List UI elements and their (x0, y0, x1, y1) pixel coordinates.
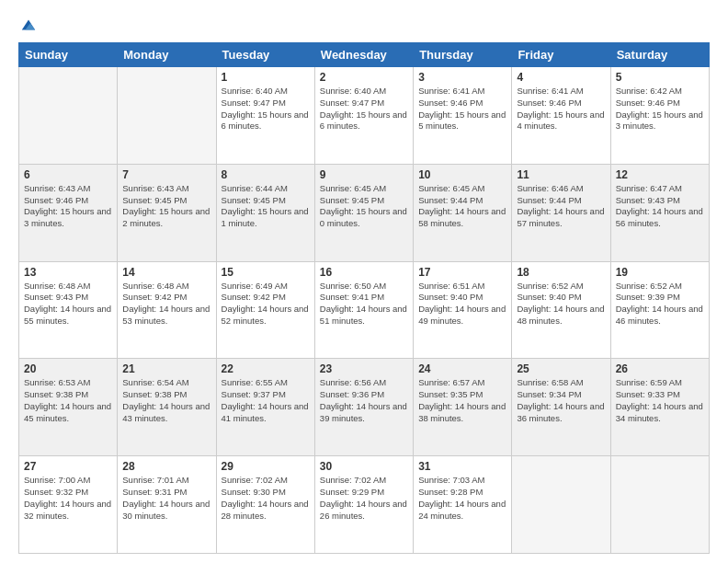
day-number: 30 (320, 460, 408, 473)
day-number: 10 (418, 168, 506, 181)
logo-icon (20, 17, 37, 33)
calendar-cell: 21Sunrise: 6:54 AM Sunset: 9:38 PM Dayli… (118, 359, 216, 456)
day-number: 16 (320, 266, 408, 279)
calendar-cell: 31Sunrise: 7:03 AM Sunset: 9:28 PM Dayli… (414, 456, 512, 554)
day-info: Sunrise: 6:43 AM Sunset: 9:46 PM Dayligh… (24, 183, 112, 230)
day-number: 26 (616, 362, 704, 375)
calendar-cell: 18Sunrise: 6:52 AM Sunset: 9:40 PM Dayli… (512, 261, 610, 359)
calendar-cell: 8Sunrise: 6:44 AM Sunset: 9:45 PM Daylig… (216, 164, 314, 261)
day-info: Sunrise: 6:41 AM Sunset: 9:46 PM Dayligh… (418, 86, 506, 132)
calendar-cell: 9Sunrise: 6:45 AM Sunset: 9:45 PM Daylig… (314, 164, 413, 261)
calendar-cell: 16Sunrise: 6:50 AM Sunset: 9:41 PM Dayli… (314, 261, 413, 359)
weekday-header-row: SundayMondayTuesdayWednesdayThursdayFrid… (19, 43, 710, 67)
day-number: 2 (320, 71, 408, 84)
day-number: 11 (517, 168, 605, 181)
calendar-cell: 26Sunrise: 6:59 AM Sunset: 9:33 PM Dayli… (610, 359, 709, 456)
calendar-cell: 13Sunrise: 6:48 AM Sunset: 9:43 PM Dayli… (19, 261, 118, 359)
day-number: 1 (222, 71, 310, 84)
calendar-cell: 23Sunrise: 6:56 AM Sunset: 9:36 PM Dayli… (314, 359, 413, 456)
day-info: Sunrise: 6:44 AM Sunset: 9:45 PM Dayligh… (222, 183, 310, 230)
day-number: 22 (222, 362, 310, 375)
calendar-cell: 4Sunrise: 6:41 AM Sunset: 9:46 PM Daylig… (512, 67, 610, 165)
calendar-cell: 24Sunrise: 6:57 AM Sunset: 9:35 PM Dayli… (414, 359, 512, 456)
calendar-cell: 3Sunrise: 6:41 AM Sunset: 9:46 PM Daylig… (414, 67, 512, 165)
day-number: 9 (320, 168, 408, 181)
day-info: Sunrise: 6:45 AM Sunset: 9:44 PM Dayligh… (418, 183, 506, 230)
day-number: 24 (418, 362, 506, 375)
day-info: Sunrise: 6:46 AM Sunset: 9:44 PM Dayligh… (517, 183, 605, 230)
calendar-cell: 28Sunrise: 7:01 AM Sunset: 9:31 PM Dayli… (118, 456, 216, 554)
calendar-cell: 12Sunrise: 6:47 AM Sunset: 9:43 PM Dayli… (610, 164, 709, 261)
day-info: Sunrise: 6:47 AM Sunset: 9:43 PM Dayligh… (616, 183, 704, 230)
calendar-cell: 7Sunrise: 6:43 AM Sunset: 9:45 PM Daylig… (118, 164, 216, 261)
calendar-cell: 1Sunrise: 6:40 AM Sunset: 9:47 PM Daylig… (216, 67, 314, 165)
day-info: Sunrise: 6:59 AM Sunset: 9:33 PM Dayligh… (616, 377, 704, 424)
day-info: Sunrise: 6:54 AM Sunset: 9:38 PM Dayligh… (122, 377, 210, 424)
calendar-cell: 15Sunrise: 6:49 AM Sunset: 9:42 PM Dayli… (216, 261, 314, 359)
day-number: 15 (222, 266, 310, 279)
header (18, 17, 710, 35)
calendar: SundayMondayTuesdayWednesdayThursdayFrid… (18, 42, 710, 554)
calendar-cell: 6Sunrise: 6:43 AM Sunset: 9:46 PM Daylig… (19, 164, 118, 261)
day-info: Sunrise: 6:52 AM Sunset: 9:39 PM Dayligh… (616, 281, 704, 327)
day-info: Sunrise: 7:02 AM Sunset: 9:29 PM Dayligh… (320, 475, 408, 522)
week-row-5: 27Sunrise: 7:00 AM Sunset: 9:32 PM Dayli… (19, 456, 710, 554)
day-number: 19 (616, 266, 704, 279)
calendar-cell: 14Sunrise: 6:48 AM Sunset: 9:42 PM Dayli… (118, 261, 216, 359)
calendar-cell (512, 456, 610, 554)
calendar-cell: 19Sunrise: 6:52 AM Sunset: 9:39 PM Dayli… (610, 261, 709, 359)
weekday-header-tuesday: Tuesday (216, 43, 314, 67)
day-number: 5 (616, 71, 704, 84)
day-number: 20 (24, 362, 112, 375)
weekday-header-friday: Friday (512, 43, 610, 67)
day-info: Sunrise: 6:51 AM Sunset: 9:40 PM Dayligh… (418, 281, 506, 327)
day-number: 7 (122, 168, 210, 181)
day-number: 21 (122, 362, 210, 375)
day-info: Sunrise: 6:58 AM Sunset: 9:34 PM Dayligh… (517, 377, 605, 424)
day-info: Sunrise: 6:49 AM Sunset: 9:42 PM Dayligh… (222, 281, 310, 327)
week-row-4: 20Sunrise: 6:53 AM Sunset: 9:38 PM Dayli… (19, 359, 710, 456)
calendar-cell: 2Sunrise: 6:40 AM Sunset: 9:47 PM Daylig… (314, 67, 413, 165)
day-info: Sunrise: 6:43 AM Sunset: 9:45 PM Dayligh… (122, 183, 210, 230)
day-number: 14 (122, 266, 210, 279)
calendar-cell: 11Sunrise: 6:46 AM Sunset: 9:44 PM Dayli… (512, 164, 610, 261)
day-info: Sunrise: 6:40 AM Sunset: 9:47 PM Dayligh… (222, 86, 310, 132)
logo (18, 17, 37, 35)
weekday-header-monday: Monday (118, 43, 216, 67)
calendar-cell: 27Sunrise: 7:00 AM Sunset: 9:32 PM Dayli… (19, 456, 118, 554)
day-info: Sunrise: 6:48 AM Sunset: 9:43 PM Dayligh… (24, 281, 112, 327)
calendar-cell: 22Sunrise: 6:55 AM Sunset: 9:37 PM Dayli… (216, 359, 314, 456)
calendar-cell: 29Sunrise: 7:02 AM Sunset: 9:30 PM Dayli… (216, 456, 314, 554)
week-row-3: 13Sunrise: 6:48 AM Sunset: 9:43 PM Dayli… (19, 261, 710, 359)
calendar-cell: 5Sunrise: 6:42 AM Sunset: 9:46 PM Daylig… (610, 67, 709, 165)
day-info: Sunrise: 6:53 AM Sunset: 9:38 PM Dayligh… (24, 377, 112, 424)
weekday-header-sunday: Sunday (19, 43, 118, 67)
day-info: Sunrise: 6:45 AM Sunset: 9:45 PM Dayligh… (320, 183, 408, 230)
day-info: Sunrise: 6:52 AM Sunset: 9:40 PM Dayligh… (517, 281, 605, 327)
day-info: Sunrise: 6:55 AM Sunset: 9:37 PM Dayligh… (222, 377, 310, 424)
day-number: 12 (616, 168, 704, 181)
day-number: 3 (418, 71, 506, 84)
day-number: 27 (24, 460, 112, 473)
day-info: Sunrise: 6:50 AM Sunset: 9:41 PM Dayligh… (320, 281, 408, 327)
day-number: 25 (517, 362, 605, 375)
week-row-2: 6Sunrise: 6:43 AM Sunset: 9:46 PM Daylig… (19, 164, 710, 261)
day-info: Sunrise: 6:42 AM Sunset: 9:46 PM Dayligh… (616, 86, 704, 132)
day-info: Sunrise: 6:57 AM Sunset: 9:35 PM Dayligh… (418, 377, 506, 424)
day-number: 29 (222, 460, 310, 473)
day-info: Sunrise: 7:03 AM Sunset: 9:28 PM Dayligh… (418, 475, 506, 522)
calendar-cell: 30Sunrise: 7:02 AM Sunset: 9:29 PM Dayli… (314, 456, 413, 554)
weekday-header-saturday: Saturday (610, 43, 709, 67)
day-number: 13 (24, 266, 112, 279)
day-info: Sunrise: 7:00 AM Sunset: 9:32 PM Dayligh… (24, 475, 112, 522)
calendar-cell: 25Sunrise: 6:58 AM Sunset: 9:34 PM Dayli… (512, 359, 610, 456)
day-number: 4 (517, 71, 605, 84)
day-info: Sunrise: 6:40 AM Sunset: 9:47 PM Dayligh… (320, 86, 408, 132)
day-info: Sunrise: 7:01 AM Sunset: 9:31 PM Dayligh… (122, 475, 210, 522)
calendar-cell (610, 456, 709, 554)
calendar-cell: 17Sunrise: 6:51 AM Sunset: 9:40 PM Dayli… (414, 261, 512, 359)
week-row-1: 1Sunrise: 6:40 AM Sunset: 9:47 PM Daylig… (19, 67, 710, 165)
day-number: 18 (517, 266, 605, 279)
calendar-cell: 10Sunrise: 6:45 AM Sunset: 9:44 PM Dayli… (414, 164, 512, 261)
day-number: 17 (418, 266, 506, 279)
